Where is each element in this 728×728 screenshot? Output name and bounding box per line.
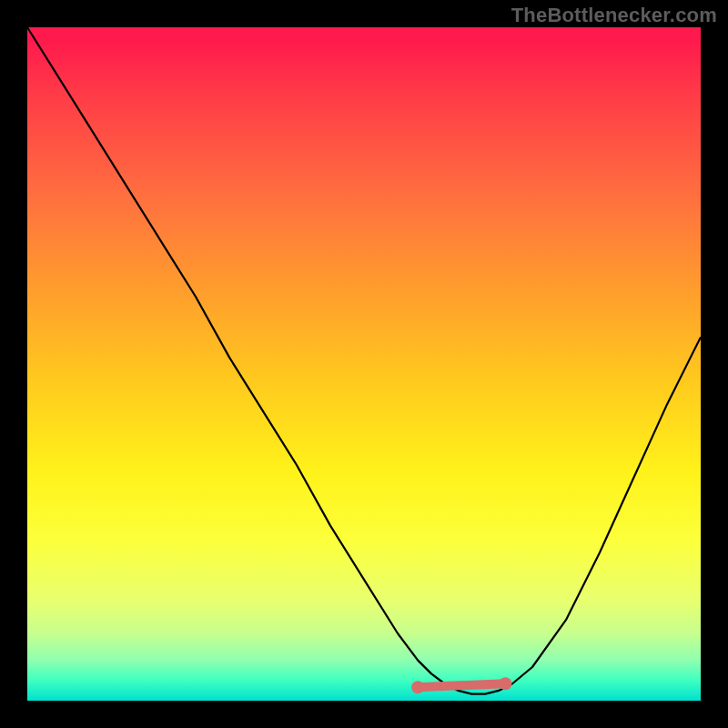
bottleneck-curve [27, 27, 701, 694]
plot-area [27, 27, 701, 701]
watermark-text: TheBottlenecker.com [511, 4, 717, 27]
chart-frame: TheBottlenecker.com [0, 0, 728, 728]
optimal-range-line [418, 683, 505, 687]
optimal-range-end-dot [499, 677, 511, 690]
optimal-range-start-dot [411, 681, 424, 693]
chart-svg [27, 27, 701, 701]
